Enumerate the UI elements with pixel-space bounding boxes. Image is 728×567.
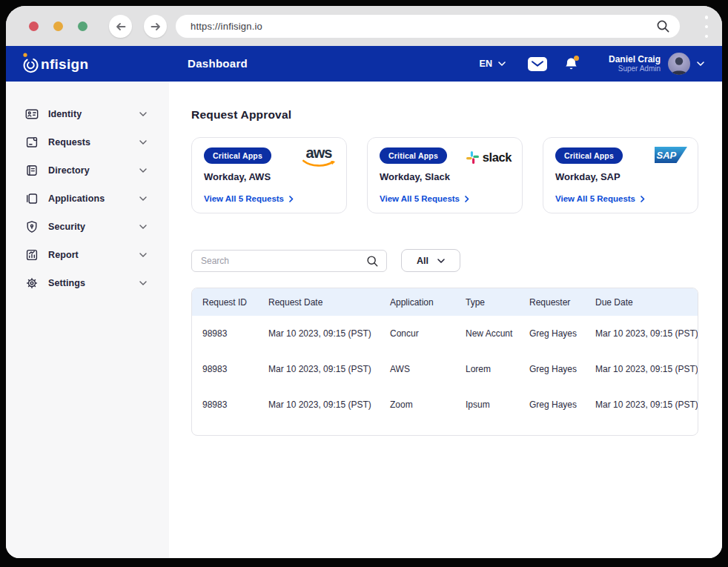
cell-request-date: Mar 10 2023, 09:15 (PST) xyxy=(268,328,390,339)
sidebar-item-requests[interactable]: Requests xyxy=(6,128,169,156)
cell-type: Ipsum xyxy=(466,399,529,410)
critical-apps-badge: Critical Apps xyxy=(555,147,623,164)
view-all-requests-link[interactable]: View All 5 Requests xyxy=(380,194,469,203)
critical-apps-badge: Critical Apps xyxy=(204,147,271,164)
view-all-requests-link[interactable]: View All 5 Requests xyxy=(204,194,294,203)
sidebar: Identity Requests xyxy=(6,82,169,558)
column-header: Request ID xyxy=(202,297,268,308)
maximize-window-button[interactable] xyxy=(78,21,87,31)
sidebar-item-settings[interactable]: Settings xyxy=(6,269,169,297)
table-row[interactable]: 98983 Mar 10 2023, 09:15 (PST) Zoom Ipsu… xyxy=(192,387,698,422)
cell-application: Zoom xyxy=(390,399,466,410)
cell-due-date: Mar 10 2023, 09:15 (PST) xyxy=(595,328,698,339)
cell-application: AWS xyxy=(390,364,466,374)
sidebar-item-label: Applications xyxy=(48,193,105,204)
close-window-button[interactable] xyxy=(29,21,39,31)
card-workday-aws: Critical Apps Workday, AWS aws View All … xyxy=(191,137,347,213)
cell-requester: Greg Hayes xyxy=(529,399,595,410)
aws-logo: aws xyxy=(302,147,336,169)
column-header: Application xyxy=(390,297,466,308)
language-dropdown[interactable]: EN xyxy=(480,59,506,69)
sidebar-item-identity[interactable]: Identity xyxy=(6,100,169,128)
sap-mark-icon: SAP xyxy=(655,147,687,163)
infisign-logo-mark-icon xyxy=(21,52,40,74)
person-icon xyxy=(668,53,690,75)
gear-icon xyxy=(25,276,39,290)
forward-button[interactable] xyxy=(144,15,167,38)
column-header: Type xyxy=(466,297,529,308)
minimize-window-button[interactable] xyxy=(53,21,63,31)
id-card-icon xyxy=(25,107,39,121)
search-icon[interactable] xyxy=(366,255,379,271)
page-title: Dashboard xyxy=(188,57,248,70)
svg-text:SAP: SAP xyxy=(657,150,677,161)
address-bar[interactable]: https://infisign.io xyxy=(176,15,680,38)
column-header: Requester xyxy=(529,297,595,308)
chevron-down-icon xyxy=(139,140,147,145)
search-input[interactable] xyxy=(191,250,387,272)
language-value: EN xyxy=(480,59,492,69)
sidebar-item-label: Security xyxy=(48,222,85,232)
back-button[interactable] xyxy=(109,15,132,38)
sidebar-item-label: Directory xyxy=(48,165,90,176)
cell-request-date: Mar 10 2023, 09:15 (PST) xyxy=(268,364,390,374)
cell-due-date: Mar 10 2023, 09:15 (PST) xyxy=(595,399,698,410)
messages-button[interactable] xyxy=(528,57,547,71)
chevron-down-icon xyxy=(139,281,147,285)
notifications-button[interactable] xyxy=(565,57,578,71)
arrow-right-icon xyxy=(150,21,162,32)
sidebar-item-applications[interactable]: Applications xyxy=(6,185,169,213)
cell-requester: Greg Hayes xyxy=(529,364,595,374)
sidebar-item-report[interactable]: Report xyxy=(6,241,169,269)
user-name: Daniel Craig xyxy=(609,54,661,64)
card-app-names: Workday, SAP xyxy=(555,171,686,182)
sidebar-item-security[interactable]: Security xyxy=(6,213,169,241)
critical-apps-badge: Critical Apps xyxy=(380,147,447,164)
app-navbar: nfisign Dashboard EN xyxy=(6,46,722,82)
sidebar-item-label: Identity xyxy=(48,109,82,119)
card-app-names: Workday, AWS xyxy=(204,171,334,182)
report-chart-icon xyxy=(25,248,39,262)
directory-icon xyxy=(25,164,39,177)
cell-request-id: 98983 xyxy=(202,328,268,339)
infisign-logo[interactable]: nfisign xyxy=(21,52,88,74)
cell-request-id: 98983 xyxy=(202,399,268,410)
cell-type: Lorem xyxy=(466,364,529,374)
table-header: Request ID Request Date Application Type… xyxy=(192,288,698,316)
slack-logo: slack xyxy=(466,150,512,165)
applications-icon xyxy=(25,192,39,205)
slack-mark-icon xyxy=(466,151,479,164)
request-doc-icon xyxy=(25,136,39,149)
sidebar-item-directory[interactable]: Directory xyxy=(6,156,169,185)
brand-name: nfisign xyxy=(41,55,88,74)
cell-request-id: 98983 xyxy=(202,364,268,374)
shield-icon xyxy=(25,220,39,233)
table-row[interactable]: 98983 Mar 10 2023, 09:15 (PST) AWS Lorem… xyxy=(192,351,698,387)
table-row[interactable]: 98983 Mar 10 2023, 09:15 (PST) Concur Ne… xyxy=(192,316,698,351)
page-heading: Request Approval xyxy=(191,108,698,122)
filter-dropdown[interactable]: All xyxy=(401,249,460,272)
filter-row: All xyxy=(191,249,698,272)
column-header: Due Date xyxy=(595,297,698,308)
browser-window: https://infisign.io nfisign Dash xyxy=(6,6,722,558)
sidebar-item-label: Settings xyxy=(48,278,85,288)
cell-application: Concur xyxy=(390,328,466,339)
screen: https://infisign.io nfisign Dash xyxy=(0,0,728,567)
browser-menu-button[interactable] xyxy=(699,16,714,38)
user-menu[interactable]: Daniel Craig Super Admin xyxy=(609,53,704,75)
card-app-names: Workday, Slack xyxy=(380,171,510,182)
view-all-requests-link[interactable]: View All 5 Requests xyxy=(555,194,645,203)
url-text: https://infisign.io xyxy=(191,21,656,32)
mail-icon xyxy=(528,57,547,71)
search-icon[interactable] xyxy=(656,19,670,33)
chevron-right-icon xyxy=(641,196,645,202)
requests-table: Request ID Request Date Application Type… xyxy=(191,288,698,436)
chevron-right-icon xyxy=(465,196,469,202)
cell-due-date: Mar 10 2023, 09:15 (PST) xyxy=(595,364,698,374)
sap-logo: SAP xyxy=(655,147,687,166)
user-info: Daniel Craig Super Admin xyxy=(609,54,661,73)
notification-badge xyxy=(574,56,579,61)
chevron-down-icon xyxy=(139,112,147,116)
search-field xyxy=(191,250,387,272)
column-header: Request Date xyxy=(268,297,390,308)
